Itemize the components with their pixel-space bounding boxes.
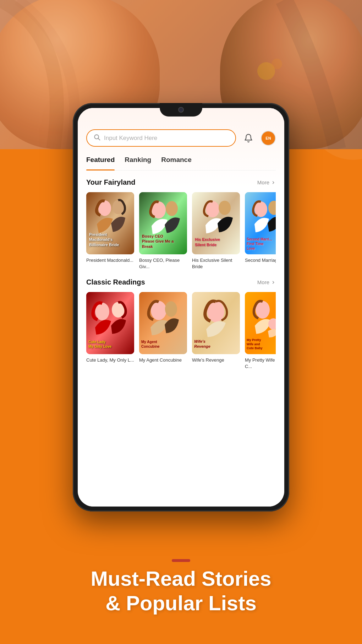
book-title-8: My Pretty Wife and C... [245, 357, 276, 369]
book-card-wifes-revenge[interactable]: Wife'sRevenge Wife's Revenge [192, 292, 240, 369]
book-cover-6: My AgentConcubine [139, 292, 187, 354]
bell-icon-button[interactable] [241, 131, 256, 146]
phone-notch [160, 103, 202, 117]
book-title-4: Second Marriage, ... [245, 257, 276, 264]
promo-text: Must-Read Stories & Popular Lists [21, 566, 341, 616]
tab-ranking[interactable]: Ranking [125, 156, 151, 167]
book-card-bossy[interactable]: Bossy CEOPlease Give Me a Break Bossy CE… [139, 192, 187, 270]
promo-section: Must-Read Stories & Popular Lists [0, 559, 362, 616]
cover-5-text: Cute LadyMy Only Love [88, 340, 132, 349]
book-cover-5: Cute LadyMy Only Love [86, 292, 134, 354]
promo-accent-bar [172, 559, 190, 562]
book-card-agent[interactable]: My AgentConcubine My Agent Concubine [139, 292, 187, 369]
tabs-row: Featured Ranking Romance [86, 156, 276, 171]
cover-6-text: My AgentConcubine [141, 340, 185, 349]
search-bar-row: Input Keyword Here EN [86, 129, 276, 147]
book-title-3: His Exclusive Silent Bride [192, 257, 240, 270]
cover-7-text: Wife'sRevenge [194, 339, 238, 349]
tab-romance[interactable]: Romance [161, 156, 192, 167]
book-cover-4: Second Marri...First TimeLove [245, 192, 276, 254]
book-card-second-marriage[interactable]: Second Marri...First TimeLove Second Mar… [245, 192, 276, 270]
fairyland-books-row: President Macdonald'sBillionaire Bride P… [86, 192, 276, 270]
phone-frame: Input Keyword Here EN Featured [73, 103, 289, 512]
svg-point-12 [219, 201, 231, 215]
cover-8-text: My PrettyWife andCute Baby [247, 338, 276, 351]
screen-content: Input Keyword Here EN Featured [78, 108, 284, 507]
language-button[interactable]: EN [261, 131, 276, 146]
book-cover-8: My PrettyWife andCute Baby [245, 292, 276, 354]
book-title-1: President Macdonald... [86, 257, 134, 264]
svg-point-1 [272, 59, 282, 69]
svg-line-3 [98, 139, 100, 140]
phone-camera [178, 107, 184, 113]
book-cover-3: His ExclusiveSilent Bride [192, 192, 240, 254]
book-card-pretty-wife[interactable]: My PrettyWife andCute Baby My Pretty Wif… [245, 292, 276, 369]
search-input-wrap[interactable]: Input Keyword Here [86, 129, 236, 147]
classic-books-row: Cute LadyMy Only Love Cute Lady, My Only… [86, 292, 276, 369]
book-title-7: Wife's Revenge [192, 357, 240, 363]
book-cover-2: Bossy CEOPlease Give Me a Break [139, 192, 187, 254]
phone-screen: Input Keyword Here EN Featured [78, 108, 284, 507]
fairyland-title: Your Fairyland [86, 178, 136, 186]
book-card-cute-lady[interactable]: Cute LadyMy Only Love Cute Lady, My Only… [86, 292, 134, 369]
book-title-5: Cute Lady, My Only L... [86, 357, 134, 363]
book-title-6: My Agent Concubine [139, 357, 187, 363]
classic-title: Classic Readings [86, 278, 145, 286]
svg-point-21 [165, 301, 177, 317]
cover-2-text: Bossy CEOPlease Give Me a Break [142, 234, 184, 249]
cover-4-text: Second Marri...First TimeLove [247, 237, 276, 251]
classic-section-header: Classic Readings More [86, 278, 276, 286]
book-cover-7: Wife'sRevenge [192, 292, 240, 354]
cover-3-text: His ExclusiveSilent Bride [195, 237, 237, 247]
classic-more-link[interactable]: More [257, 279, 276, 285]
book-card-president[interactable]: President Macdonald'sBillionaire Bride P… [86, 192, 134, 270]
fairyland-more-link[interactable]: More [257, 179, 276, 185]
promo-accent-row [21, 559, 341, 562]
book-title-2: Bossy CEO, Please Giv... [139, 257, 187, 270]
search-placeholder: Input Keyword Here [104, 135, 157, 142]
search-icon [93, 134, 100, 142]
fairyland-section-header: Your Fairyland More [86, 178, 276, 186]
book-cover-1: President Macdonald'sBillionaire Bride [86, 192, 134, 254]
svg-point-9 [166, 201, 178, 216]
cover-1-text: President Macdonald'sBillionaire Bride [89, 232, 131, 247]
tab-featured[interactable]: Featured [86, 156, 115, 167]
phone-side-button [289, 202, 289, 231]
book-card-exclusive[interactable]: His ExclusiveSilent Bride His Exclusive … [192, 192, 240, 270]
